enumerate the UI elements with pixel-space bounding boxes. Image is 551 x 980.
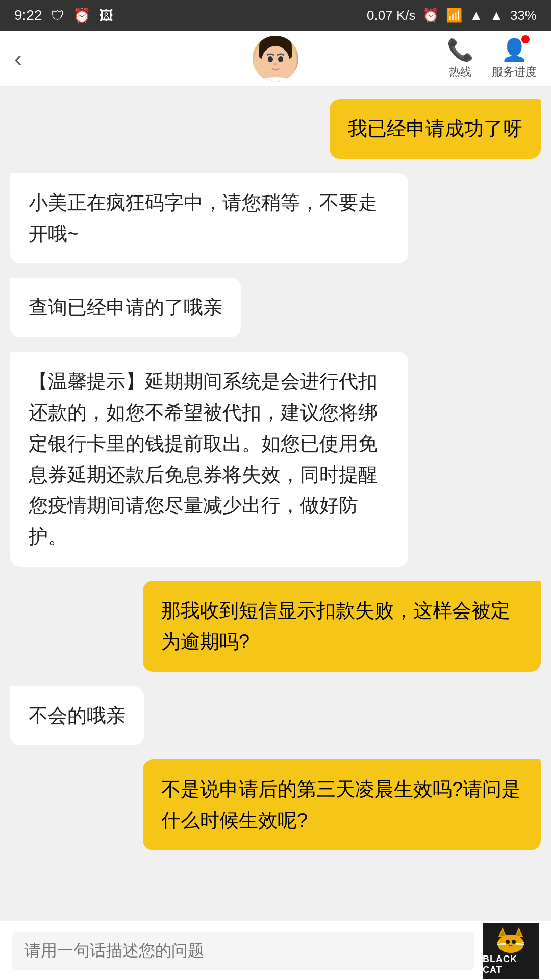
svg-point-13 <box>506 940 510 944</box>
nav-right-actions: 📞 热线 👤 服务进度 <box>447 37 537 80</box>
message-row: 不会的哦亲 <box>10 686 541 746</box>
message-row: 【温馨提示】延期期间系统是会进行代扣还款的，如您不希望被代扣，建议您将绑定银行卡… <box>10 352 541 567</box>
hotline-label: 热线 <box>449 64 471 80</box>
message-row: 查询已经申请的了哦亲 <box>10 278 541 337</box>
status-bar: 9:22 🛡 ⏰ 🖼 0.07 K/s ⏰ 📶 ▲ ▲ 33% <box>0 0 551 31</box>
badge-notification <box>521 35 530 43</box>
message-row: 我已经申请成功了呀 <box>10 99 541 159</box>
wifi-icon: ▲ <box>469 8 483 23</box>
bottom-bar: BLACK CAT <box>0 921 551 980</box>
phone-icon: 📞 <box>447 37 473 62</box>
agent-avatar <box>253 36 298 82</box>
message-row: 小美正在疯狂码字中，请您稍等，不要走开哦~ <box>10 173 541 264</box>
message-row: 那我收到短信显示扣款失败，这样会被定为逾期吗? <box>10 581 541 672</box>
status-time: 9:22 <box>14 7 42 23</box>
service-progress-label: 服务进度 <box>492 64 537 80</box>
network-speed: 0.07 K/s <box>367 8 415 23</box>
message-bubble-3: 查询已经申请的了哦亲 <box>10 278 241 337</box>
svg-point-7 <box>274 63 277 65</box>
message-row: 不是说申请后的第三天凌晨生效吗?请问是什么时候生效呢? <box>10 760 541 850</box>
hotline-button[interactable]: 📞 热线 <box>447 37 473 80</box>
status-left: 9:22 🛡 ⏰ 🖼 <box>14 7 113 24</box>
svg-point-14 <box>512 940 516 944</box>
svg-point-6 <box>278 56 283 62</box>
alarm-icon-right: ⏰ <box>422 8 439 23</box>
agent-avatar-container <box>253 36 298 82</box>
back-button[interactable]: ‹ <box>14 47 22 70</box>
message-bubble-5: 那我收到短信显示扣款失败，这样会被定为逾期吗? <box>143 581 541 672</box>
message-input[interactable] <box>12 932 474 970</box>
signal-icon: ▲ <box>490 8 503 23</box>
message-bubble-2: 小美正在疯狂码字中，请您稍等，不要走开哦~ <box>10 173 408 264</box>
top-nav: ‹ <box>0 31 551 87</box>
battery: 33% <box>510 8 537 23</box>
alarm-icon: ⏰ <box>73 7 91 24</box>
message-bubble-4: 【温馨提示】延期期间系统是会进行代扣还款的，如您不希望被代扣，建议您将绑定银行卡… <box>10 352 408 567</box>
black-cat-text: BLACK CAT <box>483 954 539 975</box>
svg-point-5 <box>268 56 273 62</box>
cat-svg <box>493 925 528 954</box>
sim-icon: 📶 <box>446 8 462 23</box>
message-bubble-7: 不是说申请后的第三天凌晨生效吗?请问是什么时候生效呢? <box>143 760 541 850</box>
avatar-image <box>253 36 298 82</box>
svg-point-4 <box>261 46 290 79</box>
black-cat-logo: BLACK CAT <box>483 923 539 979</box>
avatar-svg <box>253 36 298 82</box>
status-right: 0.07 K/s ⏰ 📶 ▲ ▲ 33% <box>367 8 537 23</box>
message-bubble-1: 我已经申请成功了呀 <box>330 99 541 159</box>
message-bubble-6: 不会的哦亲 <box>10 686 144 746</box>
image-icon: 🖼 <box>99 7 113 24</box>
shield-icon: 🛡 <box>51 7 65 24</box>
chat-area: 我已经申请成功了呀小美正在疯狂码字中，请您稍等，不要走开哦~查询已经申请的了哦亲… <box>0 87 551 921</box>
service-progress-button[interactable]: 👤 服务进度 <box>492 37 537 80</box>
cat-icon <box>493 926 528 953</box>
